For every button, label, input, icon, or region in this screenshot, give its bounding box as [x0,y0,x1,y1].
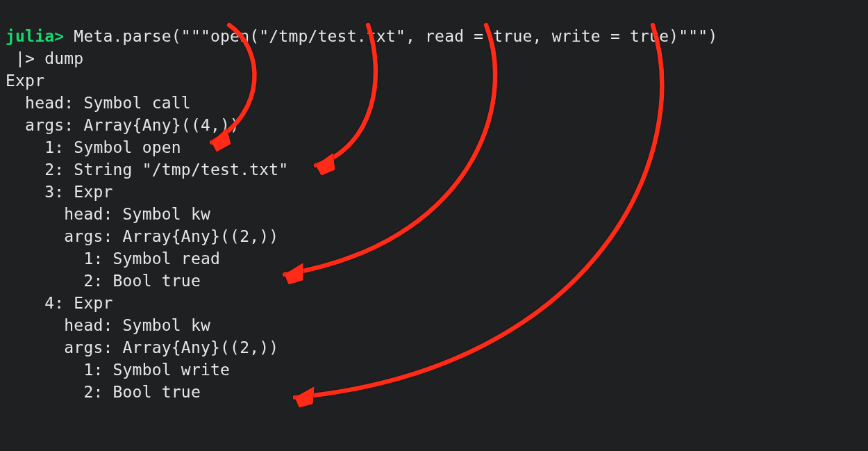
dump-line: 2: Bool true [6,383,201,401]
dump-line: args: Array{Any}((2,)) [6,227,278,245]
dump-line: Expr [6,72,44,90]
repl-input-line1[interactable]: Meta.parse("""open("/tmp/test.txt", read… [64,27,717,45]
dump-line: head: Symbol kw [6,205,210,223]
repl-prompt[interactable]: julia> [6,27,64,45]
dump-line: 3: Expr [6,183,113,201]
dump-line: 2: String "/tmp/test.txt" [6,161,288,179]
dump-line: head: Symbol call [6,94,191,112]
dump-line: 4: Expr [6,294,113,312]
dump-line: 2: Bool true [6,272,201,290]
dump-line: 1: Symbol open [6,138,181,156]
repl-input-line2[interactable]: |> dump [6,49,83,67]
dump-line: 1: Symbol read [6,249,220,268]
dump-line: head: Symbol kw [6,316,210,334]
terminal-output: julia> Meta.parse("""open("/tmp/test.txt… [0,0,868,406]
dump-line: 1: Symbol write [6,361,230,379]
dump-line: args: Array{Any}((2,)) [6,338,278,356]
dump-line: args: Array{Any}((4,)) [6,116,240,134]
